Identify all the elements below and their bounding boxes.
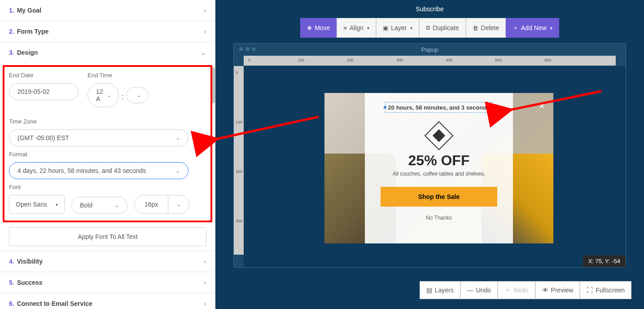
chevron-right-icon: › <box>204 28 206 35</box>
add-new-label: Add New <box>521 24 547 31</box>
end-time-min-select[interactable]: ⌄ <box>126 87 149 103</box>
format-select[interactable]: 4 days, 22 hours, 58 minutes, and 43 sec… <box>9 162 188 179</box>
design-panel: End Date 2019-05-02 End Time 12 A ⌄ : <box>0 63 215 223</box>
chevron-down-icon: ⌄ <box>175 168 180 174</box>
chevron-right-icon: › <box>204 279 206 286</box>
step-title: Connect to Email Service <box>17 300 92 307</box>
step-num: 2. <box>9 28 14 35</box>
popup-subheading[interactable]: All couches, coffee tables and shelves. <box>393 171 486 177</box>
cta-button[interactable]: Shop the Sale <box>381 187 497 207</box>
font-size-control[interactable]: 16px ⌄ <box>134 195 189 214</box>
step-title: Form Type <box>17 28 49 35</box>
add-new-button[interactable]: ＋Add New▾ <box>506 18 559 38</box>
step-title: My Goal <box>17 7 41 14</box>
step-visibility[interactable]: 4.Visibility › <box>0 251 215 272</box>
chevron-down-icon: ⌄ <box>107 92 111 98</box>
dot-icon <box>252 47 256 51</box>
ruler-vertical: 0 100 200 300 <box>234 66 244 255</box>
ruler-horizontal: 0 100 200 300 400 500 600 <box>244 56 616 66</box>
popup-heading[interactable]: 25% OFF <box>408 152 470 169</box>
layers-icon: ▤ <box>426 287 432 294</box>
canvas-title: Subscribe <box>215 0 644 18</box>
timezone-label: Time Zone <box>9 118 206 125</box>
step-connect-email[interactable]: 6.Connect to Email Service › <box>0 293 215 309</box>
duplicate-icon: ⧉ <box>426 24 430 31</box>
resize-handle-left[interactable] <box>384 106 386 109</box>
font-weight-select[interactable]: Bold ⌄ <box>71 197 127 214</box>
time-colon: : <box>122 89 123 101</box>
ruler-tick: 300 <box>396 58 403 62</box>
font-family-select[interactable]: Open Sans ▾ <box>9 195 65 214</box>
end-time-hour-value: 12 A <box>96 88 103 102</box>
move-label: Move <box>315 24 330 31</box>
chevron-right-icon: › <box>204 7 206 14</box>
close-icon[interactable]: ✕ <box>539 101 545 111</box>
align-icon: ≡ <box>343 25 347 31</box>
artboard[interactable]: ✕ 20 hours, 58 minutes, and 3 seconds 25… <box>244 66 626 267</box>
dot-icon <box>245 47 250 51</box>
font-family-value: Open Sans <box>16 201 47 208</box>
font-size-value: 16px <box>135 195 168 213</box>
caret-down-icon: ▾ <box>367 26 369 31</box>
ruler-tick: 200 <box>347 58 354 62</box>
step-design[interactable]: 3.Design ⌄ <box>0 42 215 63</box>
step-title: Success <box>17 279 43 286</box>
apply-font-button[interactable]: Apply Font To All Text <box>9 227 206 246</box>
step-num: 5. <box>9 279 14 286</box>
delete-button[interactable]: 🗑Delete <box>466 18 506 38</box>
duplicate-button[interactable]: ⧉Duplicate <box>419 18 465 38</box>
countdown-element[interactable]: 20 hours, 58 minutes, and 3 seconds <box>385 102 493 113</box>
caret-down-icon: ▾ <box>410 26 412 31</box>
end-date-value: 2019-05-02 <box>18 88 50 95</box>
eye-icon: 👁 <box>542 287 548 294</box>
chevron-down-icon: ⌄ <box>114 202 119 208</box>
sidebar: 1.My Goal › 2.Form Type › 3.Design ⌄ End… <box>0 0 215 309</box>
timezone-value: (GMT -05:00) EST <box>18 134 69 141</box>
undo-button[interactable]: —Undo <box>460 281 498 299</box>
end-time-hour-select[interactable]: 12 A ⌄ <box>88 83 119 107</box>
step-num: 6. <box>9 300 14 307</box>
step-title: Design <box>17 49 38 56</box>
no-thanks-link[interactable]: No Thanks <box>426 215 452 221</box>
step-success[interactable]: 5.Success › <box>0 272 215 293</box>
timezone-select[interactable]: (GMT -05:00) EST ⌄ <box>9 129 188 146</box>
plus-icon: ＋ <box>513 24 518 32</box>
layers-label: Layers <box>435 287 454 294</box>
step-my-goal[interactable]: 1.My Goal › <box>0 0 215 21</box>
align-button[interactable]: ≡Align▾ <box>337 18 376 38</box>
chevron-right-icon: › <box>204 258 206 265</box>
step-title: Visibility <box>17 258 43 265</box>
align-label: Align <box>350 24 364 31</box>
preview-button[interactable]: 👁Preview <box>535 281 580 299</box>
step-form-type[interactable]: 2.Form Type › <box>0 21 215 42</box>
move-icon: ✥ <box>307 25 312 31</box>
logo-icon[interactable] <box>424 121 453 150</box>
step-num: 3. <box>9 49 14 56</box>
layers-button[interactable]: ▤Layers <box>420 281 460 299</box>
caret-down-icon: ▾ <box>550 26 552 31</box>
redo-label: Redo <box>513 287 528 294</box>
move-button[interactable]: ✥Move <box>300 18 337 38</box>
duplicate-label: Duplicate <box>433 24 459 31</box>
layer-icon: ▣ <box>383 25 388 31</box>
ruler-tick: 300 <box>236 219 242 223</box>
step-num: 1. <box>9 7 14 14</box>
end-date-input[interactable]: 2019-05-02 <box>9 83 79 100</box>
font-weight-value: Bold <box>80 202 92 209</box>
coordinates-readout: X: 75, Y: -54 <box>583 255 626 267</box>
ruler-tick: 100 <box>236 120 242 124</box>
ruler-tick: 0 <box>236 71 238 75</box>
ruler-tick: 200 <box>236 169 242 174</box>
ruler-tick: 100 <box>298 58 304 62</box>
fullscreen-button[interactable]: ⛶Fullscreen <box>580 281 631 299</box>
layer-button[interactable]: ▣Layer▾ <box>376 18 419 38</box>
popup-preview[interactable]: ✕ 20 hours, 58 minutes, and 3 seconds 25… <box>324 93 553 243</box>
redo-button[interactable]: ＋Redo <box>498 281 535 299</box>
preview-label: Preview <box>551 287 574 294</box>
end-date-label: End Date <box>9 72 79 79</box>
chevron-down-icon: ⌄ <box>137 92 141 98</box>
countdown-text: 20 hours, 58 minutes, and 3 seconds <box>388 104 490 111</box>
caret-down-icon: ▾ <box>56 202 58 207</box>
delete-icon: 🗑 <box>473 25 478 31</box>
resize-handle-right[interactable] <box>491 106 494 109</box>
